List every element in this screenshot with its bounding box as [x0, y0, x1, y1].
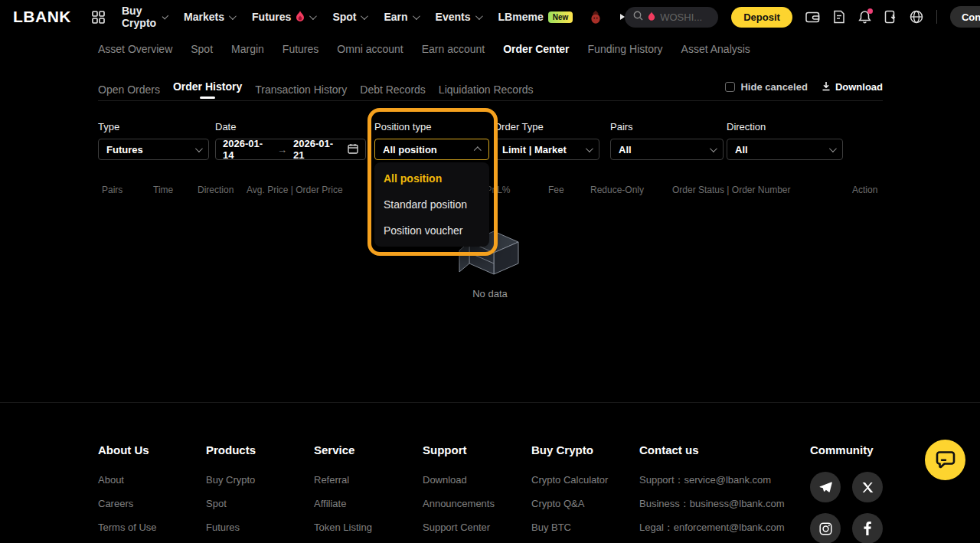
filter-pairs: Pairs All: [610, 121, 724, 160]
footer-link[interactable]: Referral: [314, 475, 372, 485]
tab-open-orders[interactable]: Open Orders: [98, 79, 160, 96]
nav-futures[interactable]: Futures: [252, 11, 315, 24]
option-position-voucher[interactable]: Position voucher: [374, 218, 489, 244]
account-nav-funding-history[interactable]: Funding History: [588, 43, 663, 55]
empty-box-icon: [457, 270, 523, 283]
type-select[interactable]: Futures: [98, 139, 209, 160]
app-download-icon[interactable]: [884, 10, 897, 24]
nav-buy-crypto[interactable]: Buy Crypto: [122, 5, 166, 29]
download-button[interactable]: Download: [822, 80, 883, 94]
nav-events[interactable]: Events: [436, 11, 481, 23]
footer-link[interactable]: Crypto Q&A: [531, 499, 608, 509]
footer-link[interactable]: Announcements: [423, 499, 505, 509]
footer-col-support: Support Download Announcements Support C…: [423, 443, 505, 543]
tab-debt-records[interactable]: Debt Records: [360, 79, 426, 96]
search-input[interactable]: [660, 11, 714, 23]
footer-divider: [0, 402, 980, 403]
footer-col-about-us: About Us About Careers Terms of Use Priv…: [98, 443, 160, 543]
filter-date: Date 2026-01-14 → 2026-01-21: [215, 121, 366, 160]
footer-col-community: Community: [810, 443, 883, 543]
chevron-down-icon: [413, 12, 420, 20]
nav-lbmeme[interactable]: LBmemeNew: [498, 11, 573, 23]
footer-col-service: Service Referral Affiliate Token Listing…: [314, 443, 372, 543]
column-header-time: Time: [153, 185, 173, 195]
telegram-button[interactable]: [810, 472, 841, 502]
chevron-down-icon: [475, 12, 482, 20]
account-nav-omni-account[interactable]: Omni account: [337, 43, 403, 55]
account-nav-order-center[interactable]: Order Center: [503, 43, 569, 55]
calendar-icon: [348, 143, 358, 156]
order-type-select[interactable]: Limit | Market: [494, 139, 599, 160]
facebook-icon: [864, 522, 871, 535]
account-nav-earn-account[interactable]: Earn account: [422, 43, 485, 55]
date-end: 2026-01-21: [293, 138, 341, 161]
chevron-down-icon: [586, 145, 593, 152]
filter-date-label: Date: [215, 121, 366, 132]
direction-select[interactable]: All: [727, 139, 843, 160]
mascot-icon[interactable]: [590, 10, 601, 24]
instagram-icon: [819, 522, 832, 535]
instagram-button[interactable]: [810, 513, 841, 543]
bell-icon[interactable]: [858, 10, 871, 24]
hide-canceled-checkbox[interactable]: Hide canceled: [725, 81, 807, 93]
orders-document-icon[interactable]: [833, 10, 845, 24]
footer-link[interactable]: Terms of Use: [98, 522, 160, 532]
new-badge: New: [548, 11, 573, 23]
nav-expand-arrow[interactable]: [619, 14, 625, 20]
column-header-avg-order-price: Avg. Price | Order Price: [247, 185, 343, 195]
nav-earn[interactable]: Earn: [384, 11, 417, 23]
column-header-reduce-only: Reduce-Only: [590, 185, 644, 195]
topbar-right: Deposit Connect: [625, 6, 980, 28]
order-table-header: Pairs Time Direction Avg. Price | Order …: [0, 185, 980, 197]
footer-link[interactable]: Support Center: [423, 522, 505, 532]
footer-link[interactable]: Careers: [98, 499, 160, 509]
footer-link[interactable]: Buy BTC: [531, 522, 608, 532]
filter-order-type: Order Type Limit | Market: [494, 121, 599, 160]
connect-button[interactable]: Connect: [950, 6, 980, 28]
main-nav: Buy Crypto Markets Futures Spot Earn Eve…: [122, 5, 625, 29]
account-nav-spot[interactable]: Spot: [191, 43, 213, 55]
position-type-select[interactable]: All position: [374, 139, 489, 160]
footer-link[interactable]: Token Listing: [314, 522, 372, 532]
chevron-up-icon: [474, 146, 482, 154]
footer-contact-legal[interactable]: Legal：enforcement@lbank.com: [639, 522, 785, 532]
tab-transaction-history[interactable]: Transaction History: [255, 79, 347, 96]
x-icon: [862, 482, 874, 493]
apps-grid-icon[interactable]: [92, 11, 105, 24]
option-all-position[interactable]: All position: [374, 165, 489, 191]
account-nav-asset-overview[interactable]: Asset Overview: [98, 43, 172, 55]
footer-col-products: Products Buy Crypto Spot Futures Earn: [206, 443, 256, 543]
account-nav-margin[interactable]: Margin: [231, 43, 264, 55]
facebook-button[interactable]: [852, 513, 883, 543]
chevron-down-icon: [829, 145, 837, 152]
footer-link[interactable]: Download: [423, 475, 505, 485]
footer-link[interactable]: Affiliate: [314, 499, 372, 509]
footer-contact-support[interactable]: Support：service@lbank.com: [639, 475, 785, 485]
footer-link[interactable]: Crypto Calculator: [531, 475, 608, 485]
account-nav-asset-analysis[interactable]: Asset Analysis: [681, 43, 750, 55]
footer-link[interactable]: About: [98, 475, 160, 485]
nav-markets[interactable]: Markets: [184, 11, 234, 23]
pairs-select[interactable]: All: [610, 139, 724, 160]
lbank-logo[interactable]: LBANK: [13, 8, 71, 26]
chevron-down-icon: [361, 12, 368, 20]
footer-contact-business[interactable]: Business：business@lbank.com: [639, 499, 785, 509]
nav-spot[interactable]: Spot: [332, 11, 366, 23]
footer-col-contact-us: Contact us Support：service@lbank.com Bus…: [639, 443, 785, 543]
chat-button[interactable]: [925, 440, 965, 480]
footer-link[interactable]: Spot: [206, 499, 256, 509]
globe-language-icon[interactable]: [910, 10, 923, 24]
account-nav-futures[interactable]: Futures: [283, 43, 318, 55]
x-button[interactable]: [852, 472, 883, 502]
footer-link[interactable]: Futures: [206, 522, 256, 532]
option-standard-position[interactable]: Standard position: [374, 191, 489, 218]
deposit-button[interactable]: Deposit: [731, 7, 792, 28]
footer-link[interactable]: Buy Crypto: [206, 475, 256, 485]
filter-position-type-label: Position type: [374, 121, 489, 132]
column-header-action: Action: [852, 185, 877, 195]
tab-liquidation-records[interactable]: Liquidation Records: [439, 79, 534, 96]
date-range-picker[interactable]: 2026-01-14 → 2026-01-21: [215, 139, 366, 160]
search-box[interactable]: [625, 7, 718, 28]
tab-order-history[interactable]: Order History: [173, 76, 242, 99]
wallet-icon[interactable]: [805, 11, 820, 24]
